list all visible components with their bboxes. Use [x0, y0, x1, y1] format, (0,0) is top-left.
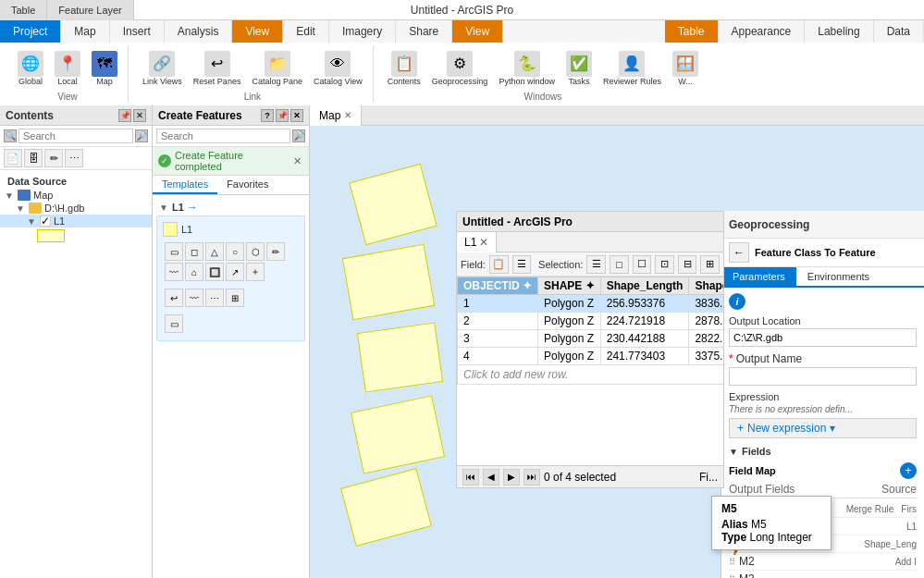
ribbon-tab-appearance[interactable]: Appearance [719, 20, 806, 43]
cf-tool-rect[interactable]: ▭ [165, 242, 183, 261]
cf-tab-templates[interactable]: Templates [153, 176, 217, 194]
contents-icon-1[interactable]: 📄 [4, 149, 22, 167]
gp-output-location-input[interactable] [729, 328, 917, 347]
nav-next-btn[interactable]: ▶ [503, 469, 520, 486]
tab-feature-layer[interactable]: Feature Layer [47, 0, 133, 20]
table-tab-l1[interactable]: L1 ✕ [457, 232, 497, 252]
cf-tool-2-4[interactable]: ⊞ [226, 289, 244, 307]
tab-table[interactable]: Table [0, 0, 47, 20]
l1-checkbox[interactable]: ✓ [40, 215, 51, 227]
gp-fields-arrow[interactable]: ▼ [729, 447, 738, 457]
gp-back-btn[interactable]: ← [729, 242, 749, 263]
cf-tool-arrow[interactable]: ↗ [226, 263, 244, 281]
ribbon-tab-edit[interactable]: Edit [283, 20, 329, 43]
cf-help-btn[interactable]: ? [261, 109, 274, 122]
reset-panes-btn[interactable]: ↩ Reset Panes [189, 48, 246, 89]
nav-last-btn[interactable]: ⏭ [524, 469, 540, 486]
ribbon-tab-imagery[interactable]: Imagery [329, 20, 396, 43]
contents-close-btn[interactable]: ✕ [133, 109, 146, 122]
map-tab-close[interactable]: ✕ [344, 105, 351, 126]
map-btn[interactable]: 🗺 Map [87, 48, 122, 89]
sel-btn-2[interactable]: □ [610, 255, 629, 274]
contents-icon-4[interactable]: ⋯ [65, 149, 83, 167]
col-shape[interactable]: SHAPE ✦ [538, 277, 601, 295]
col-objectid[interactable]: OBJECTID ✦ [458, 277, 538, 295]
contents-btn[interactable]: 📋 Contents [383, 48, 425, 89]
windows-btn[interactable]: 🪟 W... [668, 48, 703, 89]
tree-item-l1[interactable]: ▼ ✓ L1 [0, 215, 152, 228]
sel-btn-4[interactable]: ⊡ [655, 255, 674, 274]
global-btn[interactable]: 🌐 Global [13, 48, 48, 89]
cf-tool-polygon[interactable]: 🔲 [205, 263, 224, 281]
gp-add-output-field-btn[interactable]: + [900, 462, 917, 479]
cf-search-box[interactable] [156, 129, 290, 143]
gp-output-name-input[interactable] [729, 367, 917, 386]
ribbon-tab-view[interactable]: View [232, 20, 283, 43]
gp-row-m3[interactable]: ⠿ M3 [729, 571, 917, 578]
contents-search-box[interactable] [18, 129, 133, 143]
tasks-btn[interactable]: ✅ Tasks [561, 48, 597, 89]
local-btn[interactable]: 📍 Local [50, 48, 85, 89]
cf-completed-close-btn[interactable]: ✕ [290, 154, 303, 167]
table-add-row[interactable]: Click to add new row. [458, 365, 724, 385]
ribbon-tab-view2[interactable]: View [452, 20, 503, 43]
catalog-view-btn[interactable]: 👁 Catalog View [309, 48, 367, 89]
ribbon-tab-labeling[interactable]: Labeling [805, 20, 873, 43]
contents-pin-btn[interactable]: 📌 [118, 109, 131, 122]
cf-tool-3-1[interactable]: ▭ [165, 314, 183, 333]
cf-tool-plus[interactable]: ＋ [246, 263, 265, 281]
sel-btn-3[interactable]: ☐ [633, 255, 652, 274]
sel-btn-6[interactable]: ⊞ [700, 255, 720, 274]
ribbon-tab-map[interactable]: Map [61, 20, 109, 43]
cf-layer-expand[interactable]: ▼ [158, 203, 169, 213]
cf-pin-btn[interactable]: 📌 [276, 109, 289, 122]
gp-tab-parameters[interactable]: Parameters [721, 267, 796, 286]
col-shape-length[interactable]: Shape_Length [600, 277, 689, 295]
table-row-2[interactable]: 2 Polygon Z 224.721918 2878.287925 <Nu [458, 313, 724, 330]
tree-item-gdb[interactable]: ▼ D:\H.gdb [0, 202, 152, 215]
cf-template-item-l1[interactable]: L1 [161, 220, 301, 239]
contents-icon-3[interactable]: ✏ [44, 149, 63, 167]
ribbon-tab-insert[interactable]: Insert [110, 20, 165, 43]
nav-first-btn[interactable]: ⏮ [462, 469, 479, 486]
geoprocessing-btn[interactable]: ⚙ Geoprocessing [427, 48, 493, 89]
tree-item-map[interactable]: ▼ Map [0, 189, 152, 202]
cf-tool-2-3[interactable]: ⋯ [205, 289, 224, 307]
cf-tool-draw[interactable]: ✏ [266, 242, 285, 261]
ribbon-tab-analysis[interactable]: Analysis [165, 20, 233, 43]
reviewer-btn[interactable]: 👤 Reviewer Rules [598, 48, 666, 89]
col-shape-area[interactable]: Shape_Area [689, 277, 723, 295]
sel-btn-5[interactable]: ⊟ [678, 255, 697, 274]
table-row-3[interactable]: 3 Polygon Z 230.442188 2822.174727 <Nu [458, 330, 724, 348]
ribbon-tab-table-sub[interactable]: Table [665, 20, 719, 43]
ribbon-tab-project[interactable]: Project [0, 20, 61, 43]
contents-filter-icon[interactable]: 🔍 [4, 129, 17, 142]
table-row-4[interactable]: 4 Polygon Z 241.773403 3375.657462 <Nu [458, 348, 724, 365]
link-views-btn[interactable]: 🔗 Link Views [138, 48, 187, 89]
cf-search-btn[interactable]: 🔎 [292, 129, 305, 142]
table-row-1[interactable]: 1 Polygon Z 256.953376 3836.685353 <Nu [458, 295, 724, 313]
contents-search-btn[interactable]: 🔎 [135, 129, 148, 142]
field-btn-1[interactable]: 📋 [489, 255, 509, 274]
cf-tool-triangle[interactable]: △ [205, 242, 224, 261]
catalog-pane-btn[interactable]: 📁 Catalog Pane [247, 48, 307, 89]
map-tab[interactable]: Map ✕ [310, 105, 362, 126]
cf-tool-circle[interactable]: ○ [226, 242, 244, 261]
cf-tool-square[interactable]: ◻ [185, 242, 203, 261]
cf-tool-freehand[interactable]: ⌂ [185, 263, 203, 281]
table-tab-close[interactable]: ✕ [479, 232, 488, 252]
ribbon-tab-data[interactable]: Data [874, 20, 924, 43]
cf-tool-2-2[interactable]: 〰 [185, 289, 203, 307]
python-btn[interactable]: 🐍 Python window [494, 48, 560, 89]
ribbon-tab-share[interactable]: Share [396, 20, 452, 43]
sel-btn-1[interactable]: ☰ [586, 255, 606, 274]
gp-row-m2[interactable]: ⠿ M2 Add I [729, 553, 917, 571]
gp-new-expression-btn[interactable]: + New expression ▾ [729, 418, 917, 438]
contents-search-input[interactable] [23, 130, 129, 141]
cf-tool-line[interactable]: 〰 [165, 263, 183, 281]
cf-close-btn[interactable]: ✕ [290, 109, 303, 122]
cf-tool-2-1[interactable]: ↩ [165, 289, 183, 307]
nav-prev-btn[interactable]: ◀ [483, 469, 499, 486]
cf-tool-hex[interactable]: ⬡ [246, 242, 265, 261]
cf-search-input[interactable] [161, 130, 286, 141]
